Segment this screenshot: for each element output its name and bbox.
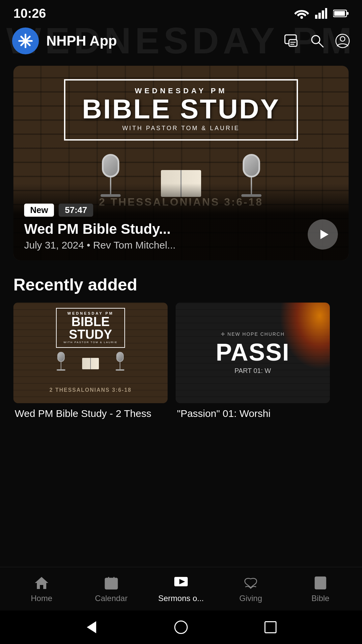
thumb-image-2: ✛ NEW HOPE CHURCH PASSI PART 01: W	[176, 303, 330, 403]
thumbnails-row: WEDNESDAY PM BIBLESTUDY WITH PASTOR TOM …	[0, 303, 362, 419]
chat-icon[interactable]	[284, 34, 299, 48]
hero-title: Wed PM Bible Study...	[24, 221, 301, 237]
svg-rect-6	[347, 12, 349, 15]
logo-icon	[18, 33, 33, 49]
thumb-content-1: WEDNESDAY PM BIBLESTUDY WITH PASTOR TOM …	[13, 303, 168, 403]
thumb-label-1: Wed PM Bible Study - 2 Thess	[13, 408, 168, 419]
svg-point-0	[300, 16, 303, 19]
thumb-church-logo: ✛ NEW HOPE CHURCH	[221, 331, 285, 337]
thumb-passion-content: ✛ NEW HOPE CHURCH PASSI PART 01: W	[176, 303, 330, 403]
thumb-label-2: "Passion" 01: Worshi	[176, 408, 330, 419]
svg-marker-16	[320, 230, 328, 239]
svg-line-13	[319, 43, 323, 47]
badge-new: New	[24, 204, 54, 217]
nav-item-sermons[interactable]: Sermons o...	[146, 575, 216, 603]
header-actions	[284, 34, 350, 48]
nav-label-calendar: Calendar	[95, 594, 127, 603]
bible-study-box: WEDNESDAY PM BIBLE STUDY WITH PASTOR TOM…	[64, 79, 298, 141]
thumb-bible-title: BIBLESTUDY	[63, 315, 117, 341]
nav-item-giving[interactable]: Giving	[216, 575, 286, 603]
thumb-part: PART 01: W	[235, 367, 271, 375]
hero-pastor-line: WITH PASTOR TOM & LAURIE	[82, 125, 280, 132]
nav-item-calendar[interactable]: Calendar	[76, 575, 146, 603]
hero-play-button[interactable]	[308, 219, 338, 250]
profile-icon[interactable]	[335, 34, 350, 48]
status-time: 10:26	[13, 6, 46, 21]
svg-rect-17	[105, 578, 117, 589]
svg-rect-1	[315, 15, 317, 19]
hero-text-block: New 57:47 Wed PM Bible Study... July 31,…	[24, 204, 301, 251]
thumb-scripture: 2 THESSALONIANS 3:6-18	[50, 387, 132, 393]
thumb-passion-title: PASSI	[216, 340, 290, 364]
bottom-nav: Home Calendar Sermons o...	[0, 567, 362, 610]
system-nav	[0, 610, 362, 644]
hero-bible-study-title: BIBLE STUDY	[82, 95, 280, 123]
play-icon	[318, 228, 330, 240]
nav-label-bible: Bible	[311, 594, 329, 603]
thumb-card-1[interactable]: WEDNESDAY PM BIBLESTUDY WITH PASTOR TOM …	[13, 303, 168, 419]
svg-rect-9	[289, 40, 297, 46]
status-bar: 10:26	[0, 0, 362, 24]
thumb-mics	[57, 352, 124, 371]
svg-rect-21	[108, 584, 111, 586]
svg-rect-4	[325, 8, 327, 19]
thumb-pastor: WITH PASTOR TOM & LAURIE	[63, 341, 117, 344]
nav-item-bible[interactable]: Bible	[286, 575, 355, 603]
app-header: NHPH App	[0, 24, 362, 58]
nav-label-home: Home	[31, 594, 52, 603]
giving-icon	[243, 575, 259, 591]
calendar-icon	[103, 575, 119, 591]
hero-badges: New 57:47	[24, 204, 301, 217]
svg-point-15	[340, 37, 345, 41]
sermons-icon	[173, 575, 189, 591]
nav-label-sermons: Sermons o...	[158, 594, 204, 603]
battery-icon	[333, 9, 349, 18]
search-icon[interactable]	[310, 34, 324, 48]
status-icons	[294, 8, 349, 19]
badge-time: 57:47	[59, 204, 93, 217]
nav-item-home[interactable]: Home	[7, 575, 76, 603]
thumb-image-1: WEDNESDAY PM BIBLESTUDY WITH PASTOR TOM …	[13, 303, 168, 403]
hero-bottom: New 57:47 Wed PM Bible Study... July 31,…	[13, 183, 349, 260]
recents-button[interactable]	[263, 620, 278, 635]
signal-icon	[315, 8, 327, 19]
recently-added-title: Recently added	[0, 260, 362, 303]
svg-rect-2	[318, 13, 321, 19]
app-logo[interactable]	[12, 28, 39, 54]
nav-label-giving: Giving	[239, 594, 262, 603]
app-title: NHPH App	[46, 33, 284, 49]
back-button[interactable]	[84, 620, 99, 635]
svg-rect-7	[334, 11, 345, 16]
hero-card[interactable]: WEDNESDAY PM BIBLE STUDY WITH PASTOR TOM…	[13, 66, 349, 260]
svg-rect-3	[322, 10, 324, 19]
thumb-card-2[interactable]: ✛ NEW HOPE CHURCH PASSI PART 01: W "Pass…	[176, 303, 330, 419]
thumb-bible-box: WEDNESDAY PM BIBLESTUDY WITH PASTOR TOM …	[56, 308, 125, 348]
wifi-icon	[294, 8, 309, 19]
hero-subtitle: July 31, 2024 • Rev Tom Mitchel...	[24, 239, 301, 251]
home-button[interactable]	[174, 620, 188, 635]
home-icon	[34, 575, 50, 591]
bible-icon	[312, 575, 328, 591]
